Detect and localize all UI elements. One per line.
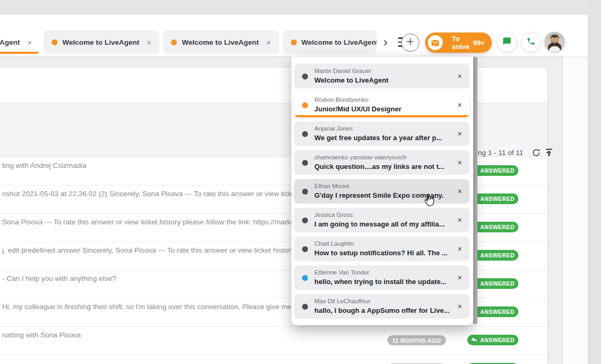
- conversation-contact-name: Chad Laughlin: [314, 240, 448, 248]
- conversation-subject: hello, when trying to install the update…: [314, 278, 446, 286]
- tab-message-dot-icon: [171, 39, 177, 45]
- ticket-status-label: ANSWERED: [480, 337, 514, 343]
- phone-icon: [526, 37, 535, 48]
- ticket-preview-text: j, edit predefined answer Sincerely, Son…: [2, 246, 310, 254]
- ticket-row[interactable]: 12 MONTHS AGO ANSWERED: [0, 355, 547, 364]
- conversation-text: shamraenko yaroslav valeriyovich Quick q…: [314, 154, 444, 171]
- tab-close-icon[interactable]: ×: [266, 38, 271, 47]
- conversation-subject: G'day I represent Smile Expo company.: [314, 191, 444, 200]
- open-tabs-dropdown: Martin Daniel Grauer Welcome to LiveAgen…: [291, 56, 473, 325]
- ticket-status-badge: ANSWERED: [467, 335, 518, 345]
- ticket-preview-text: Hi, my colleague is finishing their shif…: [2, 303, 305, 311]
- conversation-contact-name: Anjanai Jones: [314, 125, 442, 133]
- tab-label: Agent: [0, 38, 20, 46]
- conversation-close-icon[interactable]: ×: [458, 130, 462, 138]
- ticket-preview-text: Sona Pisova --- To rate this answer or v…: [2, 218, 306, 226]
- open-conversation-item[interactable]: Martin Daniel Grauer Welcome to LiveAgen…: [294, 64, 469, 88]
- browser-style-tab[interactable]: Welcome to LiveAgent: [283, 30, 377, 54]
- showing-count-label: ng 1 - 11 of 11: [478, 149, 523, 157]
- ticket-preview-text: - Can I help you with anything else?: [2, 274, 116, 282]
- conversation-text: Ethan Moore G'day I represent Smile Expo…: [314, 183, 444, 199]
- conversation-subject: Junior/Mid UX/UI Designer: [314, 105, 401, 114]
- ticket-time-badge: 11 MONTHS AGO: [387, 335, 446, 345]
- conversation-close-icon[interactable]: ×: [458, 187, 462, 196]
- conversation-text: Chad Laughlin How to setup notifications…: [314, 240, 448, 257]
- ticket-preview-text: nshot 2021-05-03 at 22.26.02 (2) Sincere…: [2, 190, 309, 198]
- open-conversation-item[interactable]: Jessica Gross I am going to message all …: [294, 208, 469, 232]
- open-conversation-item[interactable]: Anjanai Jones We get free updates for a …: [294, 122, 469, 146]
- conversation-text: Anjanai Jones We get free updates for a …: [314, 125, 442, 142]
- add-new-button[interactable]: [401, 34, 419, 52]
- conversation-close-icon[interactable]: ×: [458, 101, 462, 109]
- conversation-status-dot-icon: [302, 74, 308, 79]
- conversation-close-icon[interactable]: ×: [458, 72, 462, 80]
- conversation-contact-name: Ethan Moore: [314, 183, 444, 190]
- to-solve-count: 99+: [473, 39, 485, 47]
- conversation-subject: How to setup notifications? Hi all. The …: [314, 249, 448, 257]
- ticket-status-label: ANSWERED: [480, 309, 514, 315]
- conversation-text: Jessica Gross I am going to message all …: [314, 212, 445, 228]
- to-solve-button[interactable]: To solve 99+: [425, 33, 492, 53]
- conversation-contact-name: Rodion Bondarenko: [314, 96, 401, 104]
- conversation-status-dot-icon: [302, 246, 308, 252]
- ticket-status-label: ANSWERED: [480, 224, 514, 230]
- overflow-chevron-icon[interactable]: ›: [384, 36, 388, 48]
- conversation-status-dot-icon: [302, 275, 308, 281]
- conversation-contact-name: Martin Daniel Grauer: [314, 68, 388, 75]
- ticket-preview-text: natting with Sona Pisova: [2, 331, 81, 339]
- conversation-text: Max Dit LeChauffeur hallo, I bough a App…: [314, 298, 450, 314]
- open-conversation-item[interactable]: Rodion Bondarenko Junior/Mid UX/UI Desig…: [294, 93, 469, 117]
- conversation-text: Ettienne Van Tonder hello, when trying t…: [314, 269, 446, 286]
- conversation-close-icon[interactable]: ×: [458, 158, 462, 167]
- conversation-close-icon[interactable]: ×: [458, 273, 462, 282]
- tab-label: Welcome to LiveAgent: [302, 38, 377, 46]
- open-conversation-item[interactable]: shamraenko yaroslav valeriyovich Quick q…: [294, 150, 469, 175]
- conversation-contact-name: shamraenko yaroslav valeriyovich: [314, 154, 444, 161]
- conversation-status-dot-icon: [302, 217, 308, 223]
- conversation-contact-name: Max Dit LeChauffeur: [314, 298, 450, 305]
- add-icon: [406, 37, 415, 48]
- conversation-contact-name: Jessica Gross: [314, 212, 445, 219]
- conversation-subject: We get free updates for a year after p..…: [314, 134, 442, 142]
- conversation-close-icon[interactable]: ×: [458, 245, 462, 253]
- open-conversation-item[interactable]: Ettienne Van Tonder hello, when trying t…: [294, 265, 469, 290]
- conversation-close-icon[interactable]: ×: [458, 216, 462, 224]
- conversation-close-icon[interactable]: ×: [458, 302, 462, 311]
- right-background-panel: [563, 15, 588, 364]
- conversation-status-dot-icon: [302, 304, 308, 310]
- desktop-edge: [588, 0, 601, 364]
- tab-message-dot-icon: [291, 39, 297, 45]
- open-conversation-item[interactable]: Ethan Moore G'day I represent Smile Expo…: [294, 179, 469, 204]
- tab-close-icon[interactable]: ×: [27, 38, 32, 47]
- window-top-strip: [0, 0, 601, 15]
- ticket-status-label: ANSWERED: [480, 196, 514, 202]
- conversation-subject: I am going to message all of my affilia.…: [314, 220, 445, 229]
- conversation-text: Rodion Bondarenko Junior/Mid UX/UI Desig…: [314, 96, 401, 113]
- open-conversation-item[interactable]: Chad Laughlin How to setup notifications…: [294, 237, 469, 261]
- browser-style-tab[interactable]: Welcome to LiveAgent ×: [163, 30, 279, 54]
- phone-button[interactable]: [522, 33, 540, 52]
- conversation-subject: Quick question....as my links are not t.…: [314, 163, 444, 171]
- user-avatar[interactable]: [545, 32, 565, 52]
- app-root: ng 1 - 11 of 11 tus ting with Andrej Csi…: [0, 0, 601, 364]
- conversation-status-dot-icon: [302, 131, 308, 137]
- chat-button[interactable]: [498, 33, 516, 52]
- conversation-subject: hallo, I bough a AppSumo offer for Live.…: [314, 306, 450, 315]
- browser-style-tab[interactable]: Welcome to LiveAgent ×: [44, 30, 159, 54]
- ticket-row[interactable]: natting with Sona Pisova 11 MONTHS AGO A…: [0, 327, 547, 355]
- conversation-status-dot-icon: [302, 160, 308, 166]
- chat-bubble-icon: [502, 37, 511, 48]
- conversation-status-dot-icon: [302, 189, 308, 195]
- conversation-status-dot-icon: [302, 102, 308, 108]
- conversation-subject: Welcome to LiveAgent: [314, 76, 388, 85]
- dropdown-scrollbar[interactable]: [473, 57, 477, 324]
- open-conversation-item[interactable]: Max Dit LeChauffeur hallo, I bough a App…: [294, 294, 469, 319]
- ticket-preview-text: ting with Andrej Csizmadia: [2, 161, 86, 169]
- browser-style-tab[interactable]: Agent ×: [0, 30, 40, 54]
- conversation-contact-name: Ettienne Van Tonder: [314, 269, 446, 277]
- tab-label: Welcome to LiveAgent: [62, 38, 140, 46]
- ticket-status-label: ANSWERED: [480, 167, 514, 174]
- tab-close-icon[interactable]: ×: [147, 38, 152, 47]
- tab-bar: Agent × Welcome to LiveAgent × Welcome t…: [0, 30, 409, 54]
- ticket-status-label: ANSWERED: [480, 280, 514, 287]
